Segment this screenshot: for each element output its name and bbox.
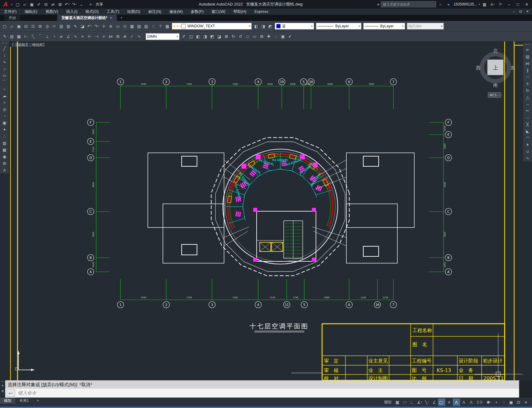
extend-icon[interactable]: → — [524, 114, 532, 121]
dim-aligned-icon[interactable]: ╲ — [30, 33, 37, 40]
explode-icon[interactable]: ✶ — [524, 141, 532, 148]
dim-diameter-icon[interactable]: ⌀ — [58, 33, 65, 40]
command-close-icon[interactable]: ✕ — [1, 384, 4, 387]
redo-icon[interactable]: ↷ — [93, 23, 100, 30]
ellipse-icon[interactable]: ◎ — [1, 106, 9, 113]
menu-item[interactable]: 参数(P) — [187, 9, 208, 15]
layout1-tab[interactable]: 布局1 — [15, 398, 33, 404]
stretch-icon[interactable]: ↔ — [524, 101, 532, 107]
dim-space-icon[interactable]: ≍ — [100, 33, 107, 40]
chevron-down-icon[interactable]: ▾ — [400, 25, 404, 28]
scale-icon[interactable]: △ — [524, 94, 532, 101]
dim-jog-line-icon[interactable]: ∿ — [136, 33, 143, 40]
dim-style-combo[interactable]: DIMN ▾ — [146, 33, 179, 40]
dim-radius-icon[interactable]: ◔ — [51, 33, 58, 40]
new-file-icon[interactable]: ▢ — [14, 1, 21, 8]
menu-item[interactable]: 帮助(H) — [229, 9, 250, 15]
layer-properties-icon[interactable]: ▦ — [128, 23, 136, 30]
ortho-icon[interactable]: ∟ — [408, 398, 416, 406]
etransmit-globe-icon[interactable]: ◎ — [44, 23, 51, 30]
menu-item[interactable]: 视图(V) — [41, 9, 62, 15]
rotate-icon[interactable]: ↻ — [524, 87, 532, 94]
gradient-icon[interactable]: ▩ — [1, 146, 9, 153]
rectangle-icon[interactable]: ▭ — [1, 72, 9, 79]
grid-icon[interactable]: ▦ — [394, 398, 401, 406]
view-cube-south[interactable]: 南 — [493, 82, 498, 88]
arc-icon[interactable]: ⌒ — [1, 79, 9, 85]
layer-states-icon[interactable]: ▧ — [136, 23, 143, 30]
menu-item[interactable]: 修改(M) — [165, 9, 187, 15]
dim-arc-length-icon[interactable]: ⌒ — [37, 33, 44, 40]
snap-mode-icon[interactable]: ∷ — [401, 398, 408, 406]
linetype-combo[interactable]: ByLayer ▾ — [316, 23, 361, 30]
dim-continue-icon[interactable]: ⊣ — [93, 33, 100, 40]
subtract-icon[interactable]: ◧ — [195, 33, 202, 40]
menu-item[interactable]: 绘图(D) — [123, 9, 144, 15]
account-name[interactable]: 1505999135... — [454, 2, 477, 6]
object-snap-tracking-icon[interactable]: ∠ — [431, 398, 438, 406]
save-as-icon[interactable]: ✐ — [35, 1, 42, 8]
command-prompt-icon[interactable]: ▸▾ — [6, 390, 15, 397]
menu-item[interactable]: 标注(N) — [144, 9, 165, 15]
chevron-down-icon[interactable]: ▾ — [357, 25, 360, 28]
chevron-down-icon[interactable]: ▾ — [309, 25, 313, 28]
copy-icon[interactable]: ▤ — [524, 53, 532, 60]
line-icon[interactable]: ╱ — [1, 45, 9, 52]
dim-ordinate-icon[interactable]: ⊥ — [44, 33, 51, 40]
edit-block-icon[interactable]: ◪ — [79, 23, 86, 30]
print-icon[interactable]: ⊠ — [57, 1, 64, 8]
spline-icon[interactable]: ≈ — [1, 99, 9, 106]
dim-angular-icon[interactable]: ∠ — [65, 33, 72, 40]
polygon-icon[interactable]: ⌂ — [1, 65, 9, 72]
crosshair-plus-icon[interactable]: + — [493, 398, 500, 406]
menu-item[interactable]: 编辑(E) — [21, 9, 41, 15]
polyline-icon[interactable]: ∿ — [1, 58, 9, 65]
menu-item[interactable]: 窗口(W) — [207, 9, 229, 15]
maximize-button[interactable]: □ — [514, 0, 522, 8]
doc-close-button[interactable]: ✕ — [524, 9, 531, 14]
tab-document[interactable]: 安徽某大酒店空调设计图纸* ✕ — [57, 15, 117, 21]
table-icon[interactable]: ⊞ — [1, 160, 9, 167]
command-panel-grip[interactable]: ✕ ⚒ — [0, 380, 5, 398]
hardware-acceleration-icon[interactable]: ▣ — [507, 398, 515, 406]
open-folder-icon[interactable]: ▱ — [8, 23, 15, 30]
move-icon[interactable]: ✛ — [524, 80, 532, 87]
menu-item[interactable]: 文件(F) — [0, 9, 21, 15]
annotation-visibility-icon[interactable]: Λ — [453, 398, 460, 406]
share-button[interactable]: ✈ 共享 — [87, 1, 103, 8]
chamfer-icon[interactable]: ◣ — [524, 128, 532, 134]
dim-break-icon[interactable]: ⋈ — [107, 33, 114, 40]
erase-icon[interactable]: ✏ — [524, 46, 532, 53]
zoom-window-icon[interactable]: ▭ — [114, 23, 121, 30]
layer-combo[interactable]: ● ☀ ▪ WINDOW_TEXT ▾ — [172, 23, 252, 30]
sun-icon[interactable]: ☀ — [176, 24, 179, 28]
block-attribute-manager-icon[interactable]: ▤ — [8, 33, 15, 40]
model-tab[interactable]: 模型 — [0, 398, 15, 404]
search-icon[interactable]: ○ — [437, 1, 444, 8]
layer-translate-icon[interactable]: ▩ — [15, 33, 22, 40]
infocenter-chevron-icon[interactable]: ▶ — [378, 3, 380, 6]
view-cube[interactable]: 上 北 南 西 东 WCS ▾ — [476, 48, 515, 97]
tab-close-icon[interactable]: ✕ — [110, 16, 112, 20]
model-space-indicator[interactable]: 模型 — [382, 398, 393, 406]
doc-minimize-button[interactable]: – — [510, 9, 517, 14]
center-mark-icon[interactable]: ⊕ — [121, 33, 128, 40]
toolbar-grip[interactable] — [2, 43, 7, 43]
transfer-icon[interactable]: ⇄ — [49, 1, 57, 8]
trim-icon[interactable]: ✂ — [524, 107, 532, 114]
rotate-face-icon[interactable]: ↻ — [230, 33, 237, 40]
isolate-objects-icon[interactable]: ◌ — [500, 398, 507, 406]
construction-line-icon[interactable]: ↕ — [1, 52, 9, 58]
minimize-button[interactable]: – — [505, 0, 513, 8]
pan-icon[interactable]: ✛ — [100, 23, 107, 30]
undo-icon[interactable]: ↶ — [64, 1, 71, 8]
help-icon[interactable]: ? — [157, 23, 164, 30]
print-icon[interactable]: ⊟ — [22, 23, 30, 30]
layer-panel-icon[interactable]: ▩ — [164, 23, 171, 30]
print-preview-icon[interactable]: ⊡ — [30, 23, 37, 30]
menu-item[interactable]: 插入(I) — [62, 9, 81, 15]
add-layout-button[interactable]: + — [33, 398, 43, 404]
check-icon[interactable]: ✔ — [286, 33, 294, 40]
polar-tracking-icon[interactable]: ∡ — [416, 398, 423, 406]
ellipse-arc-icon[interactable]: ◔ — [1, 113, 9, 119]
